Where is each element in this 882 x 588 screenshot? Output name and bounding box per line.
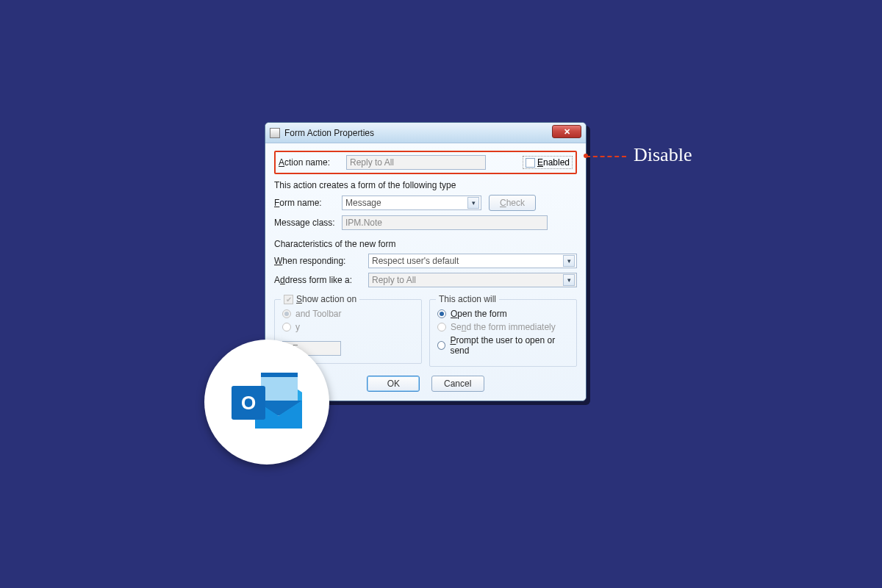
open-form-label: Open the form bbox=[451, 309, 507, 319]
outlook-letter: O bbox=[232, 386, 265, 420]
address-like-value: Reply to All bbox=[372, 275, 416, 285]
action-name-input[interactable] bbox=[346, 155, 486, 170]
callout-line bbox=[586, 156, 626, 157]
action-name-label: Action name: bbox=[279, 157, 346, 168]
form-name-label: Form name: bbox=[274, 198, 342, 208]
close-icon: ✕ bbox=[564, 127, 570, 137]
message-class-label: Message class: bbox=[274, 218, 342, 228]
outlook-icon: O bbox=[232, 373, 302, 431]
check-button[interactable]: Check bbox=[489, 195, 536, 211]
enabled-checkbox-wrap[interactable]: Enabled bbox=[523, 156, 573, 169]
show-action-legend: ✔ Show action on bbox=[281, 294, 359, 304]
form-name-select[interactable]: Message ▾ bbox=[342, 196, 481, 210]
menu-only-radio-row[interactable]: y bbox=[282, 322, 414, 332]
menu-toolbar-label: and Toolbar bbox=[295, 309, 342, 319]
ok-button[interactable]: OK bbox=[367, 376, 420, 392]
close-button[interactable]: ✕ bbox=[552, 125, 581, 138]
radio-icon bbox=[437, 323, 446, 331]
characteristics-label: Characteristics of the new form bbox=[274, 239, 577, 249]
open-form-radio-row[interactable]: Open the form bbox=[437, 309, 569, 319]
prompt-user-label: Prompt the user to open or send bbox=[450, 335, 569, 356]
chevron-down-icon: ▾ bbox=[563, 274, 575, 286]
system-menu-icon[interactable] bbox=[270, 128, 280, 138]
action-will-legend: This action will bbox=[436, 294, 499, 304]
address-like-select[interactable]: Reply to All ▾ bbox=[368, 273, 577, 287]
when-responding-label: When responding: bbox=[274, 256, 368, 266]
radio-icon bbox=[282, 323, 291, 331]
cancel-button[interactable]: Cancel bbox=[431, 376, 484, 392]
action-name-highlight: Action name: Enabled bbox=[274, 151, 577, 174]
menu-only-label: y bbox=[295, 322, 300, 332]
chevron-down-icon: ▾ bbox=[563, 255, 575, 267]
form-name-value: Message bbox=[345, 198, 381, 208]
creates-form-label: This action creates a form of the follow… bbox=[274, 180, 577, 190]
radio-icon bbox=[437, 341, 445, 350]
enabled-checkbox[interactable] bbox=[526, 158, 535, 168]
action-will-group: This action will Open the form Send the … bbox=[429, 299, 577, 367]
chevron-down-icon: ▾ bbox=[467, 197, 479, 209]
enabled-label: Enabled bbox=[537, 157, 570, 168]
address-like-label: Address form like a: bbox=[274, 275, 368, 285]
callout-label: Disable bbox=[634, 144, 692, 166]
radio-icon bbox=[437, 309, 446, 318]
show-action-checkbox[interactable]: ✔ bbox=[284, 295, 293, 304]
when-responding-value: Respect user's default bbox=[372, 256, 459, 266]
message-class-input bbox=[342, 215, 548, 230]
outlook-badge: O bbox=[204, 340, 329, 465]
send-immediately-radio-row[interactable]: Send the form immediately bbox=[437, 322, 569, 332]
when-responding-select[interactable]: Respect user's default ▾ bbox=[368, 254, 577, 268]
dialog-title: Form Action Properties bbox=[284, 128, 374, 138]
menu-toolbar-radio-row[interactable]: and Toolbar bbox=[282, 309, 414, 319]
radio-icon bbox=[282, 309, 291, 318]
titlebar[interactable]: Form Action Properties ✕ bbox=[265, 123, 586, 143]
prompt-user-radio-row[interactable]: Prompt the user to open or send bbox=[437, 335, 569, 356]
send-immediately-label: Send the form immediately bbox=[451, 322, 556, 332]
